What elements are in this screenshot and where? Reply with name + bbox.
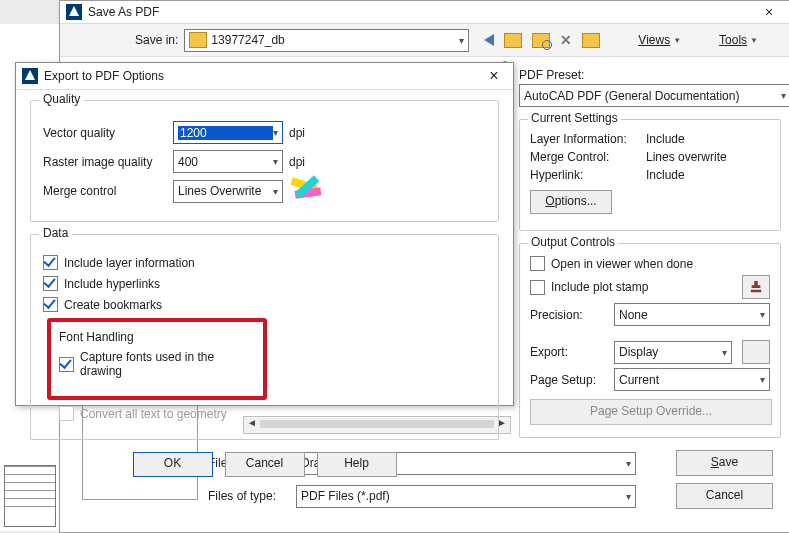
merge-control-icon [291, 179, 321, 203]
convert-text-checkbox [59, 406, 74, 421]
search-folder-icon[interactable] [532, 33, 550, 48]
merge-control-select[interactable]: Lines Overwrite ▾ [173, 180, 283, 203]
chevron-down-icon: ▾ [760, 309, 765, 320]
export-window-button[interactable] [742, 340, 770, 364]
precision-select[interactable]: None ▾ [614, 303, 770, 326]
vector-quality-label: Vector quality [43, 126, 173, 140]
chevron-down-icon: ▾ [760, 374, 765, 385]
ok-button[interactable]: OK [133, 452, 213, 477]
export-select[interactable]: Display ▾ [614, 341, 732, 364]
options-titlebar: Export to PDF Options × [16, 63, 513, 90]
pdf-preset-label: PDF Preset: [519, 68, 781, 82]
current-settings-group: Current Settings Layer Information:Inclu… [519, 119, 781, 231]
folder-icon [189, 32, 207, 48]
save-title: Save As PDF [88, 5, 159, 19]
delete-icon[interactable]: ✕ [560, 32, 572, 48]
options-title: Export to PDF Options [44, 69, 164, 83]
highlight-box: Font Handling Capture fonts used in the … [47, 318, 267, 400]
font-handling-label: Font Handling [59, 330, 255, 344]
output-controls-group: Output Controls Open in viewer when done… [519, 243, 781, 438]
capture-fonts-checkbox[interactable] [59, 357, 74, 372]
autocad-icon [22, 68, 38, 84]
save-in-label: Save in: [135, 33, 178, 47]
export-pdf-options-dialog: Export to PDF Options × Quality Vector q… [15, 62, 514, 406]
precision-label: Precision: [530, 308, 608, 322]
open-in-viewer-checkbox[interactable] [530, 256, 545, 271]
include-hyperlinks-checkbox[interactable] [43, 276, 58, 291]
include-layer-checkbox[interactable] [43, 255, 58, 270]
files-of-type-label: Files of type: [208, 489, 288, 503]
save-in-value: 13977247_db [211, 33, 284, 47]
save-button[interactable]: Save [676, 450, 773, 476]
save-toolbar: Save in: 13977247_db ▾ ✕ Views▼ Tools▼ [60, 24, 789, 57]
back-icon[interactable] [484, 34, 494, 46]
raster-quality-input[interactable]: 400 ▾ [173, 150, 283, 173]
dialog-button-row: OK Cancel Help [30, 452, 499, 477]
cancel-button[interactable]: Cancel [225, 452, 305, 477]
tools-menu[interactable]: Tools▼ [719, 33, 758, 47]
chevron-down-icon: ▾ [722, 347, 727, 358]
chevron-down-icon: ▾ [626, 458, 631, 469]
chevron-down-icon: ▾ [459, 35, 464, 46]
chevron-down-icon: ▾ [273, 127, 278, 138]
close-icon[interactable]: × [475, 67, 513, 85]
chevron-down-icon: ▾ [273, 186, 278, 197]
export-label: Export: [530, 345, 608, 359]
create-bookmarks-checkbox[interactable] [43, 297, 58, 312]
pdf-preset-select[interactable]: AutoCAD PDF (General Documentation) ▾ [519, 84, 789, 107]
close-icon[interactable]: × [749, 4, 789, 20]
files-of-type-select[interactable]: PDF Files (*.pdf) ▾ [296, 485, 636, 508]
raster-quality-label: Raster image quality [43, 155, 173, 169]
chevron-down-icon: ▾ [626, 491, 631, 502]
stamp-icon [749, 280, 763, 294]
autocad-icon [66, 4, 82, 20]
help-button[interactable]: Help [317, 452, 397, 477]
data-group: Data Include layer information Include h… [30, 234, 499, 440]
include-plot-stamp-checkbox[interactable] [530, 280, 545, 295]
save-in-select[interactable]: 13977247_db ▾ [184, 29, 469, 52]
page-setup-override-button: Page Setup Override... [530, 399, 772, 425]
plot-stamp-settings-button[interactable] [742, 275, 770, 299]
quality-group: Quality Vector quality 1200 ▾ dpi Raster… [30, 100, 499, 222]
new-folder-icon[interactable] [582, 33, 600, 48]
vector-quality-input[interactable]: 1200 ▾ [173, 121, 283, 144]
up-folder-icon[interactable] [504, 33, 522, 48]
chevron-down-icon: ▾ [273, 156, 278, 167]
merge-control-label: Merge control [43, 184, 173, 198]
save-titlebar: Save As PDF × [60, 1, 789, 24]
page-setup-label: Page Setup: [530, 373, 608, 387]
cancel-button[interactable]: Cancel [676, 483, 773, 509]
chevron-down-icon: ▾ [781, 90, 786, 101]
views-menu[interactable]: Views▼ [638, 33, 681, 47]
options-button[interactable]: Options... [530, 190, 612, 214]
page-setup-select[interactable]: Current ▾ [614, 368, 770, 391]
